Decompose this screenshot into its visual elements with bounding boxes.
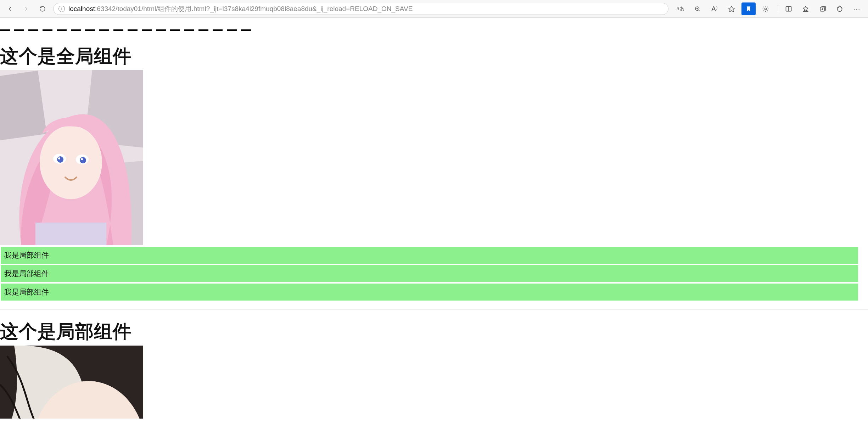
read-aloud-button[interactable]: A⁾: [707, 2, 722, 15]
favorites-list-button[interactable]: [799, 2, 813, 15]
local-component-bar: 我是局部组件: [1, 265, 858, 282]
translate-button[interactable]: aあ: [673, 2, 688, 15]
back-button[interactable]: [4, 3, 16, 15]
toolbar-separator: [777, 5, 777, 13]
global-component-image: [0, 70, 143, 245]
address-bar[interactable]: i localhost:63342/today01/html/组件的使用.htm…: [53, 3, 668, 15]
svg-point-17: [40, 125, 102, 199]
extensions-button[interactable]: [758, 2, 773, 15]
browser-toolbar: i localhost:63342/today01/html/组件的使用.htm…: [0, 0, 868, 18]
svg-point-21: [80, 157, 86, 163]
collections-button[interactable]: [816, 2, 830, 15]
local-component-heading: 这个是局部组件: [0, 319, 868, 344]
svg-line-3: [699, 10, 700, 11]
global-component-heading: 这个是全局组件: [0, 44, 868, 69]
svg-point-5: [765, 8, 767, 10]
split-screen-button[interactable]: [782, 2, 796, 15]
favorite-button[interactable]: [724, 2, 739, 15]
site-info-icon[interactable]: i: [58, 6, 65, 12]
section-divider: [0, 309, 868, 309]
dashed-divider: [0, 26, 868, 34]
svg-point-20: [57, 156, 63, 163]
page-content: 这个是全局组件 我是局部组件 我是局部组件 我是局部组件 这个是局部组件: [0, 26, 868, 419]
url-host: localhost: [68, 5, 95, 12]
local-component-bar: 我是局部组件: [1, 247, 858, 264]
svg-marker-4: [729, 6, 735, 12]
more-button[interactable]: ⋯: [850, 2, 864, 15]
svg-marker-8: [803, 6, 808, 11]
refresh-button[interactable]: [37, 3, 48, 15]
local-component-list: 我是局部组件 我是局部组件 我是局部组件: [0, 247, 868, 301]
zoom-button[interactable]: [690, 2, 705, 15]
local-component-image: [0, 346, 143, 419]
svg-point-22: [58, 157, 60, 159]
local-component-bar: 我是局部组件: [1, 284, 858, 301]
extension-active-button[interactable]: [741, 2, 756, 15]
performance-button[interactable]: [833, 2, 847, 15]
url-path: :63342/today01/html/组件的使用.html?_ijt=l37s…: [95, 5, 413, 12]
forward-button[interactable]: [21, 3, 32, 15]
url-text: localhost:63342/today01/html/组件的使用.html?…: [68, 4, 413, 13]
toolbar-right: aあ A⁾ ⋯: [673, 2, 864, 15]
svg-point-23: [81, 158, 83, 160]
svg-rect-24: [35, 223, 106, 245]
